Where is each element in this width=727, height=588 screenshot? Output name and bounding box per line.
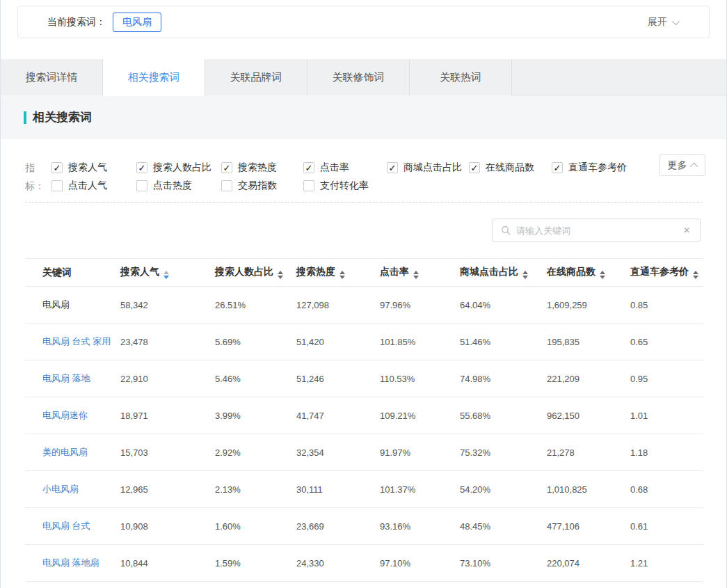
keyword-search-input[interactable]: [516, 225, 682, 236]
tab-2[interactable]: 相关搜索词: [103, 59, 205, 96]
cell-value: 74.98%: [460, 360, 547, 397]
metric-option[interactable]: ✓搜索人数占比: [136, 159, 221, 177]
metric-option-label: 直通车参考价: [568, 161, 627, 174]
current-search-word-tag[interactable]: 电风扇: [113, 13, 161, 32]
metric-option[interactable]: ✓在线商品数: [469, 159, 552, 177]
tab-bar-filler: [512, 59, 726, 95]
table-row: 电风扇 台式 家用23,4785.69%51,420101.85%51.46%1…: [25, 324, 703, 360]
sort-down-arrow: [278, 276, 283, 279]
column-header-label: 在线商品数: [547, 266, 596, 277]
keyword-link[interactable]: 电风扇 落地: [25, 360, 120, 397]
metric-option-label: 点击热度: [153, 180, 192, 192]
checkbox-unchecked-icon[interactable]: [51, 180, 63, 191]
keyword-link[interactable]: 电风扇 台式: [25, 508, 120, 545]
metric-option[interactable]: ✓搜索人气: [51, 159, 136, 177]
table-row: 电风扇 台式10,9081.60%23,66993.16%48.45%477,1…: [25, 508, 703, 545]
cell-value: 220,074: [547, 545, 630, 582]
metric-option[interactable]: ✓直通车参考价: [552, 159, 649, 177]
search-row: ✕: [1, 202, 726, 258]
cell-value: 41,747: [296, 397, 380, 434]
column-header-label: 搜索人气: [120, 266, 159, 277]
table-row: 电风扇迷你18,9713.99%41,747109.21%55.68%962,1…: [25, 397, 703, 434]
sort-icon[interactable]: [600, 271, 605, 279]
metric-option[interactable]: 交易指数: [221, 177, 303, 195]
keyword-link[interactable]: 电风扇 落地扇: [25, 545, 120, 582]
tab-5[interactable]: 关联热词: [410, 59, 512, 95]
more-button[interactable]: 更多: [660, 154, 705, 176]
page: 当前搜索词： 电风扇 展开 搜索词详情相关搜索词关联品牌词关联修饰词关联热词 相…: [0, 0, 727, 588]
checkbox-unchecked-icon[interactable]: [136, 180, 147, 191]
keyword-link[interactable]: 小电风扇: [25, 471, 120, 508]
column-header[interactable]: 搜索人气: [120, 259, 215, 287]
cell-value: 51,246: [296, 360, 380, 397]
metric-option[interactable]: ✓商城点击占比: [387, 159, 469, 177]
cell-value: 1.18: [630, 434, 703, 471]
column-header[interactable]: 搜索人数占比: [215, 259, 296, 287]
keyword-text: 电风扇: [25, 287, 120, 324]
metric-option[interactable]: 点击人气: [51, 177, 136, 195]
cell-value: 97.96%: [380, 287, 460, 324]
checkbox-checked-icon[interactable]: ✓: [221, 162, 232, 173]
cell-value: 1.21: [630, 545, 703, 582]
checkbox-checked-icon[interactable]: ✓: [469, 162, 480, 173]
column-header[interactable]: 在线商品数: [547, 259, 630, 287]
column-header-label: 商城点击占比: [460, 266, 518, 277]
checkbox-checked-icon[interactable]: ✓: [51, 162, 63, 173]
sort-down-arrow: [600, 276, 605, 279]
sort-icon[interactable]: [522, 271, 528, 279]
tab-1[interactable]: 搜索词详情: [1, 59, 103, 95]
search-icon: [501, 225, 511, 235]
cell-value: 51,420: [296, 324, 380, 360]
cell-value: 10,844: [120, 545, 215, 582]
checkbox-checked-icon[interactable]: ✓: [136, 162, 147, 173]
expand-toggle[interactable]: 展开: [648, 16, 678, 29]
keyword-link[interactable]: 美的电风扇: [25, 434, 120, 471]
checkbox-checked-icon[interactable]: ✓: [303, 162, 314, 173]
metric-option[interactable]: 点击热度: [136, 177, 221, 195]
cell-value: 5.69%: [215, 324, 296, 360]
sort-icon[interactable]: [278, 271, 283, 279]
tab-3[interactable]: 关联品牌词: [205, 59, 307, 95]
column-header[interactable]: 搜索热度: [296, 259, 380, 287]
sort-up-arrow: [600, 271, 605, 274]
column-header-label: 直通车参考价: [630, 266, 689, 277]
cell-value: 3.99%: [215, 397, 296, 434]
metrics-filter: 指标： ✓搜索人气✓搜索人数占比✓搜索热度✓点击率✓商城点击占比✓在线商品数✓直…: [1, 139, 726, 195]
checkbox-unchecked-icon[interactable]: [303, 180, 314, 191]
cell-value: 18,971: [120, 397, 215, 434]
column-header[interactable]: 点击率: [380, 259, 460, 287]
metric-option[interactable]: 支付转化率: [303, 177, 387, 195]
cell-value: 23,478: [120, 324, 215, 360]
cell-value: 1,609,259: [547, 287, 630, 324]
metric-option-label: 搜索热度: [238, 161, 277, 174]
column-header[interactable]: 直通车参考价: [630, 259, 703, 287]
metric-option[interactable]: ✓搜索热度: [221, 159, 303, 177]
column-header[interactable]: 商城点击占比: [460, 259, 547, 287]
sort-icon[interactable]: [693, 271, 698, 279]
cell-value: 32,354: [296, 434, 380, 471]
sort-icon[interactable]: [163, 271, 169, 279]
metric-option[interactable]: ✓点击率: [303, 159, 387, 177]
keyword-link[interactable]: 电风扇 台式 家用: [25, 324, 120, 360]
metric-option-label: 搜索人气: [68, 161, 107, 174]
sort-down-arrow: [522, 276, 528, 279]
table-row: 电风扇 落地22,9105.46%51,246110.53%74.98%221,…: [25, 360, 703, 397]
keyword-link[interactable]: 电风扇迷你: [25, 397, 120, 434]
title-accent-bar: [24, 111, 26, 124]
checkbox-checked-icon[interactable]: ✓: [387, 162, 398, 173]
cell-value: 10,908: [120, 508, 215, 545]
sort-icon[interactable]: [413, 271, 419, 279]
tab-4[interactable]: 关联修饰词: [307, 59, 410, 95]
sort-icon[interactable]: [339, 271, 345, 279]
cell-value: 24,330: [296, 545, 380, 582]
cell-value: 0.95: [630, 360, 703, 397]
cell-value: 2.92%: [215, 434, 296, 471]
checkbox-checked-icon[interactable]: ✓: [552, 162, 563, 173]
cell-value: 23,669: [296, 508, 380, 545]
cell-value: 1.01: [630, 397, 703, 434]
metric-option-label: 在线商品数: [486, 161, 534, 174]
checkbox-unchecked-icon[interactable]: [221, 180, 232, 191]
cell-value: 55.68%: [460, 397, 547, 434]
cell-value: 73.10%: [460, 545, 547, 582]
clear-input-icon[interactable]: ✕: [682, 225, 692, 235]
